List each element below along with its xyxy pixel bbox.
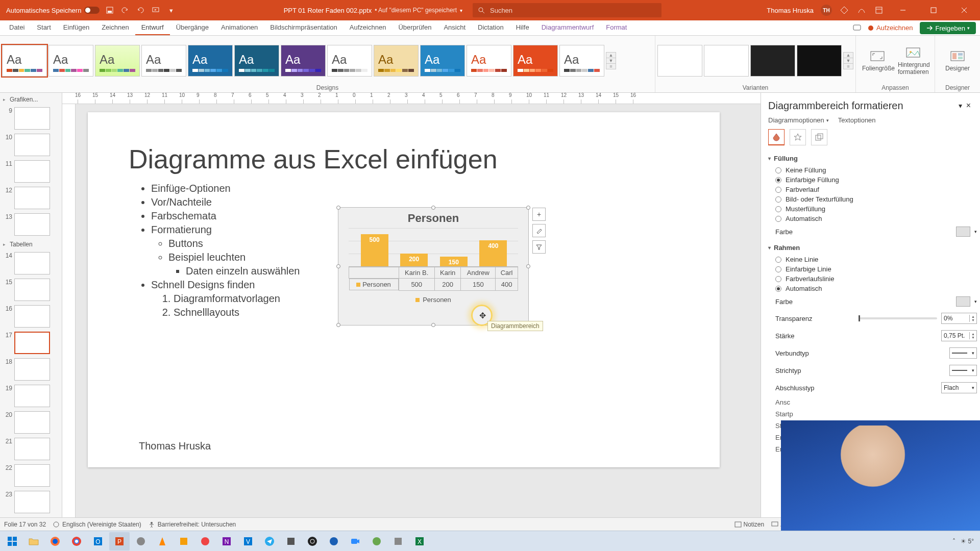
close-button[interactable]: [952, 0, 976, 20]
section-border[interactable]: Rahmen: [768, 240, 977, 255]
slide-thumbnail[interactable]: 11: [0, 158, 62, 185]
chart-data-table[interactable]: Karin B.KarinAndrewCarl Personen50020015…: [349, 267, 518, 291]
slide-thumbnail[interactable]: 19: [0, 383, 62, 409]
theme-gallery-scroll[interactable]: ▲▼≡: [606, 52, 616, 69]
chart-filter-button[interactable]: [532, 240, 546, 254]
taskbar-app[interactable]: [174, 532, 194, 550]
resize-handle[interactable]: [526, 206, 530, 210]
tab-draw[interactable]: Zeichnen: [95, 20, 135, 35]
search-input[interactable]: [489, 6, 656, 15]
slide-thumbnail[interactable]: 13: [0, 211, 62, 238]
slide-thumbnail[interactable]: 20: [0, 409, 62, 436]
taskbar-app[interactable]: [281, 532, 301, 550]
cap-combo[interactable]: Flach▾: [941, 382, 977, 393]
text-options-tab[interactable]: Textoptionen: [838, 116, 876, 124]
chart-object[interactable]: Personen 500200150400 Karin B.KarinAndre…: [338, 207, 529, 325]
theme-thumb[interactable]: Aa: [234, 45, 279, 77]
chart-bar[interactable]: 500: [361, 234, 388, 266]
theme-thumb[interactable]: Aa: [327, 45, 372, 77]
redo-icon[interactable]: [135, 5, 145, 15]
fill-solid-radio[interactable]: Einfarbige Füllung: [768, 175, 977, 185]
chart-legend[interactable]: Personen: [338, 291, 528, 304]
theme-thumb[interactable]: Aa: [467, 45, 511, 77]
transparency-spinner[interactable]: 0%▲▼: [941, 313, 977, 324]
slide-thumbnail[interactable]: 16: [0, 303, 62, 330]
status-notes[interactable]: Notizen: [734, 521, 765, 528]
maximize-button[interactable]: [922, 0, 945, 20]
autosave-switch-icon[interactable]: [84, 7, 100, 14]
status-language[interactable]: Englisch (Vereinigte Staaten): [53, 521, 141, 528]
effects-tab-icon[interactable]: [790, 129, 806, 145]
resize-handle[interactable]: [526, 264, 530, 268]
tab-dictation[interactable]: Dictation: [472, 20, 510, 35]
autosave-toggle[interactable]: Automatisches Speichern: [6, 7, 100, 14]
taskbar-powerpoint[interactable]: P: [109, 532, 130, 550]
chart-options-tab[interactable]: Diagrammoptionen▾: [768, 116, 829, 124]
theme-thumb[interactable]: Aa: [141, 45, 186, 77]
account-name[interactable]: Thomas Hruska: [767, 7, 814, 14]
taskbar-app[interactable]: [131, 532, 151, 550]
theme-thumb[interactable]: Aa: [559, 45, 604, 77]
taskbar-explorer[interactable]: [23, 532, 44, 550]
present-icon[interactable]: [151, 5, 161, 15]
resize-handle[interactable]: [431, 323, 435, 327]
border-width-spinner[interactable]: 0,75 Pt.▲▼: [941, 330, 977, 341]
diamond-icon[interactable]: [839, 5, 849, 15]
fill-line-tab-icon[interactable]: [768, 129, 785, 145]
account-avatar[interactable]: TH: [821, 5, 832, 16]
search-box[interactable]: [473, 3, 662, 17]
tray-chevron-icon[interactable]: ˄: [952, 538, 955, 545]
border-none-radio[interactable]: Keine Linie: [768, 255, 977, 264]
weather-widget[interactable]: ☀ 5°: [961, 538, 974, 545]
theme-thumb[interactable]: Aa: [374, 45, 419, 77]
fill-pattern-radio[interactable]: Musterfüllung: [768, 204, 977, 214]
tab-insert[interactable]: Einfügen: [57, 20, 95, 35]
theme-thumb[interactable]: Aa: [2, 45, 47, 77]
theme-thumb[interactable]: Aa: [95, 45, 140, 77]
tab-format[interactable]: Format: [600, 20, 633, 35]
tab-file[interactable]: Datei: [3, 20, 31, 35]
variant-thumb[interactable]: [797, 45, 842, 77]
tab-chart-design[interactable]: Diagrammentwurf: [535, 20, 600, 35]
border-color-picker[interactable]: [956, 296, 970, 307]
slide-body-text[interactable]: Einfüge-Optionen Vor/Nachteile Farbschem…: [139, 182, 300, 319]
slide-title[interactable]: Diagramme aus Excel einfügen: [129, 144, 498, 174]
tab-help[interactable]: Hilfe: [510, 20, 535, 35]
qat-more-icon[interactable]: ▾: [166, 5, 176, 15]
taskbar-obs[interactable]: [302, 532, 323, 550]
taskbar-app[interactable]: [366, 532, 387, 550]
section-header[interactable]: Tabellen: [0, 238, 62, 250]
taskbar-app[interactable]: [388, 532, 408, 550]
chart-title[interactable]: Personen: [338, 208, 528, 228]
tab-slideshow[interactable]: Bildschirmpräsentation: [264, 20, 344, 35]
variant-gallery-scroll[interactable]: ▲▼≡: [843, 52, 853, 69]
resize-handle[interactable]: [336, 323, 340, 327]
format-background-button[interactable]: Hintergrund formatieren: [898, 46, 928, 76]
comments-icon[interactable]: [853, 24, 861, 32]
chart-bar[interactable]: 400: [479, 240, 507, 266]
size-props-tab-icon[interactable]: [811, 129, 827, 145]
tab-design[interactable]: Entwurf: [135, 20, 170, 35]
start-button[interactable]: [2, 532, 22, 550]
undo-icon[interactable]: [120, 5, 130, 15]
taskbar-app[interactable]: [195, 532, 215, 550]
compound-picker[interactable]: ▾: [949, 347, 977, 359]
fill-color-picker[interactable]: [956, 227, 970, 237]
pane-close-icon[interactable]: ×: [964, 99, 973, 112]
taskbar-onenote[interactable]: N: [216, 532, 237, 550]
slide-thumbnail-panel[interactable]: Grafiken... 910111213 Tabellen 141516171…: [0, 93, 62, 517]
slide-thumbnail[interactable]: 9: [0, 105, 62, 132]
variant-thumb[interactable]: [704, 45, 749, 77]
slide-thumbnail[interactable]: 21: [0, 436, 62, 462]
draw-mode-icon[interactable]: [856, 5, 867, 15]
variant-thumb[interactable]: [657, 45, 702, 77]
slide-thumbnail[interactable]: 14: [0, 250, 62, 277]
taskbar-tray[interactable]: ˄ ☀ 5°: [952, 538, 978, 545]
slide-thumbnail[interactable]: 18: [0, 356, 62, 383]
variant-thumb[interactable]: [750, 45, 795, 77]
save-icon[interactable]: [105, 5, 115, 15]
taskbar-vscode[interactable]: V: [238, 532, 258, 550]
resize-handle[interactable]: [431, 206, 435, 210]
taskbar-excel[interactable]: X: [409, 532, 430, 550]
fill-none-radio[interactable]: Keine Füllung: [768, 165, 977, 175]
